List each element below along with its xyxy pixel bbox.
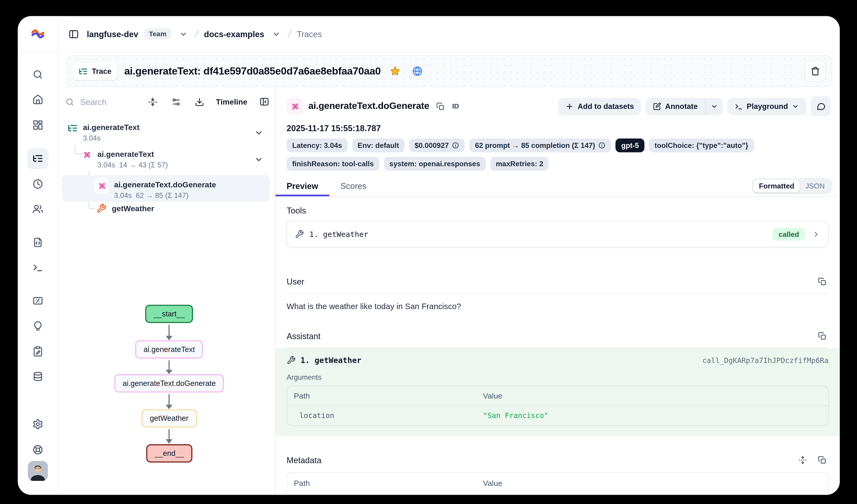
tool-call-id: call_DgKARp7a7IhJPDczfifMp6Ra [702,356,828,364]
collapse-panel-button[interactable] [257,94,271,109]
tree-settings-button[interactable] [169,95,183,109]
tree-search-input[interactable] [79,97,137,107]
icon-sidebar [18,16,58,495]
playground-button[interactable]: Playground [727,98,806,115]
trace-type-pill[interactable]: Trace [72,63,118,80]
expand-metadata-button[interactable] [796,454,809,467]
tree-node-label: getWeather [112,203,154,214]
tab-preview[interactable]: Preview [275,175,329,196]
sidebar-item-settings[interactable] [27,414,48,435]
user-avatar[interactable] [28,461,48,481]
sidebar-item-scores[interactable] [27,290,48,311]
sidebar-item-support[interactable] [27,439,48,460]
tokens-badge[interactable]: 62 prompt → 85 completion (Σ 147) [469,139,611,153]
bookmark-star-button[interactable] [387,63,403,79]
search-icon [32,69,44,80]
file-code-icon [32,237,44,248]
breadcrumb-project[interactable]: docs-examples [204,29,264,38]
sidebar-item-traces[interactable] [27,148,48,169]
copy-metadata-button[interactable] [816,454,829,467]
copy-user-button[interactable] [816,275,829,288]
graph-node-generatetext[interactable]: ai.generateText [135,340,203,359]
toggle-formatted[interactable]: Formatted [753,179,800,192]
observation-timestamp: 2025-11-17 15:55:18.787 [275,123,840,133]
timeline-toggle[interactable]: Timeline [216,97,248,106]
finishreason-badge: finishReason: tool-calls [287,157,380,171]
sidebar-toggle-button[interactable] [66,27,81,41]
public-share-button[interactable] [410,63,425,79]
add-to-datasets-button[interactable]: Add to datasets [558,98,641,115]
breadcrumb-org[interactable]: langfuse-dev [87,29,138,38]
sidebar-item-insights[interactable] [27,316,48,337]
database-icon [32,371,44,382]
generation-pinwheel-icon [290,101,300,111]
graph-node-dogenerate[interactable]: ai.generateText.doGenerate [114,374,224,393]
square-pen-icon [653,102,661,110]
tool-name: getWeather [323,229,368,239]
tool-definition-row[interactable]: 1. getWeather called [287,221,829,247]
copy-icon [437,102,445,110]
desktop-background: langfuse-dev Team / docs-examples / Trac… [0,0,857,504]
graph-node-getweather[interactable]: getWeather [141,409,197,428]
sidebar-item-prompts[interactable] [27,232,48,253]
sidebar-item-playground[interactable] [27,257,48,278]
graph-node-end[interactable]: __end__ [146,444,192,463]
chevron-right-icon[interactable] [812,230,820,238]
panel-left-close-icon [259,97,269,107]
breadcrumb-page[interactable]: Traces [297,29,322,38]
sidebar-item-users[interactable] [27,198,48,220]
sidebar-item-annotations[interactable] [27,341,48,362]
wrench-icon [96,203,106,213]
chevron-down-icon [254,128,263,137]
tree-node-generation[interactable]: ai.generateText 3.04s 14 → 43 (Σ 57) [82,149,168,171]
langfuse-logo[interactable] [18,16,58,52]
delete-trace-button[interactable] [805,60,826,82]
tree-node-generation-selected[interactable]: ai.generateText.doGenerate 3.04s 62 → 85… [94,179,216,201]
arguments-table: Path Value location "San Francisco" [287,386,829,426]
trace-tree-icon [79,67,88,76]
annotate-button[interactable]: Annotate [645,98,705,115]
metadata-path-header: Path [287,473,476,494]
langfuse-logo-icon [31,27,45,41]
expand-chevron-button[interactable] [252,153,265,166]
clipboard-pen-icon [32,346,44,357]
tree-node-tool[interactable]: getWeather [96,203,154,214]
cost-badge[interactable]: $0.000927 [409,139,465,153]
breadcrumb-separator: / [194,28,200,40]
sidebar-item-sessions[interactable] [27,174,48,195]
toggle-json[interactable]: JSON [800,179,830,192]
fold-vertical-icon [148,97,157,106]
avatar-photo [28,461,48,481]
download-button[interactable] [192,95,206,109]
chevron-down-icon [254,155,263,164]
annotate-menu-chevron[interactable] [706,98,723,115]
sidebar-item-home[interactable] [27,89,48,110]
tool-call-name: getWeather [315,356,362,365]
model-badge[interactable]: gpt-5 [616,139,644,153]
comment-bubble-icon [816,102,826,111]
comments-button[interactable] [811,96,831,116]
wrench-icon [287,356,296,365]
metadata-table: Path Value [287,472,829,494]
expand-chevron-button[interactable] [252,126,265,139]
globe-icon [412,66,423,76]
sidebar-item-search[interactable] [27,64,48,85]
tree-search[interactable] [65,97,137,107]
project-switcher-button[interactable] [270,28,283,40]
copy-id-button[interactable] [434,100,447,112]
org-switcher-button[interactable] [177,28,190,40]
graph-node-start[interactable]: __start__ [145,305,193,323]
detail-scroll-area[interactable]: Tools 1. getWeather called User [275,197,840,495]
sidebar-item-datasets[interactable] [27,366,48,387]
sidebar-item-dashboards[interactable] [27,115,48,136]
copy-assistant-button[interactable] [816,330,829,343]
generation-pinwheel-icon [82,150,92,160]
tools-section-heading: Tools [287,206,829,215]
metadata-value-header: Value [476,473,828,494]
collapse-all-button[interactable] [146,95,160,109]
tab-scores[interactable]: Scores [329,175,377,196]
download-icon [195,97,204,106]
tree-node-trace[interactable]: ai.generateText 3.04s [67,122,139,144]
assistant-section-heading: Assistant [287,331,321,341]
gear-icon [32,419,44,430]
